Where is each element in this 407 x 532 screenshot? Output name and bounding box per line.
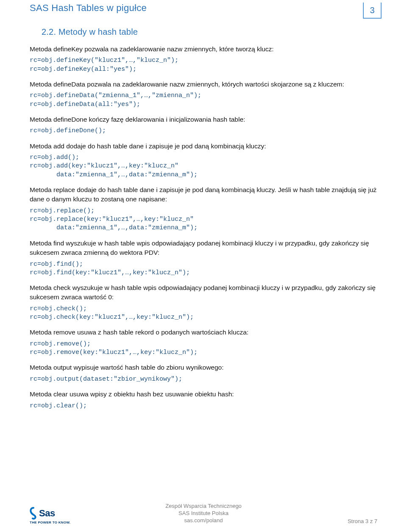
footer-center-text: Zespół Wsparcia Technicznego SAS Institu…	[165, 503, 242, 524]
footer-line: SAS Institute Polska	[165, 510, 242, 517]
method-description: Metoda defineData pozwala na zadeklarowa…	[30, 80, 377, 89]
method-description: Metoda check wyszukuje w hash table wpis…	[30, 283, 377, 302]
method-block: Metoda defineDone kończy fazę deklarowan…	[30, 115, 377, 136]
method-block: Metoda defineData pozwala na zadeklarowa…	[30, 80, 377, 109]
method-block: Metoda add dodaje do hash table dane i z…	[30, 142, 377, 179]
section-heading: 2.2. Metody w hash table	[42, 27, 377, 37]
method-block: Metoda defineKey pozwala na zadeklarowan…	[30, 45, 377, 74]
sas-logo-text: Sas	[39, 508, 55, 519]
method-block: Metoda remove usuwa z hash table rekord …	[30, 328, 377, 357]
method-block: Metoda clear usuwa wpisy z obiektu hash …	[30, 390, 377, 410]
code-snippet: rc=obj.replace(); rc=obj.replace(key:"kl…	[30, 207, 377, 233]
sas-logo-icon	[30, 507, 37, 520]
code-snippet: rc=obj.find(); rc=obj.find(key:"klucz1",…	[30, 260, 377, 278]
code-snippet: rc=obj.defineKey("klucz1",…,"klucz_n"); …	[30, 56, 377, 74]
footer-page-indicator: Strona 3 z 7	[348, 518, 377, 524]
method-block: Metoda replace dodaje do hash table dane…	[30, 185, 377, 233]
code-snippet: rc=obj.remove(); rc=obj.remove(key:"kluc…	[30, 340, 377, 357]
footer-line: Zespół Wsparcia Technicznego	[165, 503, 242, 510]
code-snippet: rc=obj.defineDone();	[30, 127, 377, 135]
sas-logo-tagline: THE POWER TO KNOW.	[30, 521, 70, 524]
footer-line: sas.com/poland	[165, 517, 242, 524]
method-description: Metoda add dodaje do hash table dane i z…	[30, 142, 377, 151]
code-snippet: rc=obj.check(); rc=obj.check(key:"klucz1…	[30, 305, 377, 322]
page-footer: Sas THE POWER TO KNOW. Zespół Wsparcia T…	[30, 507, 377, 524]
page-header: SAS Hash Tables w pigułce 3	[30, 0, 377, 19]
method-description: Metoda clear usuwa wpisy z obiektu hash …	[30, 390, 377, 399]
method-description: Metoda replace dodaje do hash table dane…	[30, 185, 377, 204]
method-block: Metoda check wyszukuje w hash table wpis…	[30, 283, 377, 322]
method-block: Metoda output wypisuje wartość hash tabl…	[30, 363, 377, 384]
code-snippet: rc=obj.output(dataset:"zbior_wynikowy");	[30, 375, 377, 384]
page-title: SAS Hash Tables w pigułce	[30, 3, 147, 14]
code-snippet: rc=obj.add(); rc=obj.add(key:"klucz1",…,…	[30, 153, 377, 179]
code-snippet: rc=obj.defineData("zmienna_1",…,"zmienna…	[30, 92, 377, 109]
method-description: Metoda remove usuwa z hash table rekord …	[30, 328, 377, 337]
code-snippet: rc=obj.clear();	[30, 402, 377, 410]
method-description: Metoda find wyszukuje w hash table wpis …	[30, 239, 377, 258]
sas-logo: Sas THE POWER TO KNOW.	[30, 507, 70, 524]
method-block: Metoda find wyszukuje w hash table wpis …	[30, 239, 377, 277]
page-number: 3	[370, 6, 374, 15]
page-number-box: 3	[363, 3, 382, 19]
method-description: Metoda defineKey pozwala na zadeklarowan…	[30, 45, 377, 54]
method-description: Metoda defineDone kończy fazę deklarowan…	[30, 115, 377, 124]
method-description: Metoda output wypisuje wartość hash tabl…	[30, 363, 377, 372]
